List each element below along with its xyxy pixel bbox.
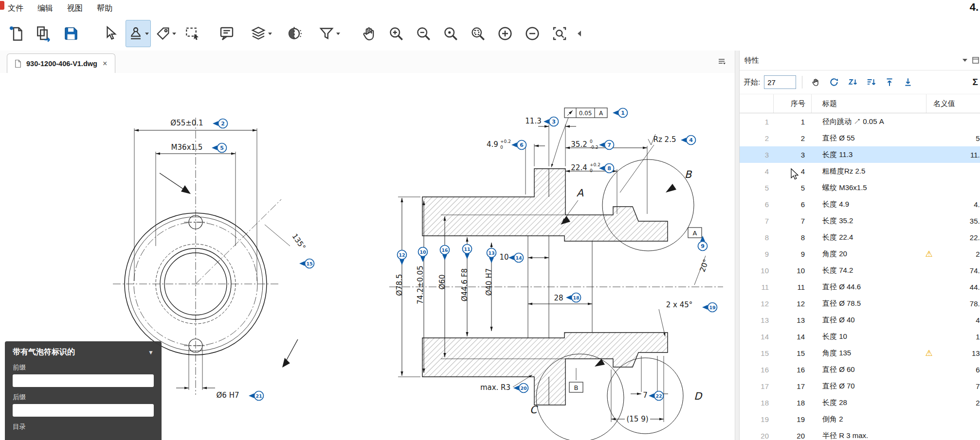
balloon-6[interactable]: 6 — [511, 141, 526, 150]
column-header-number[interactable]: 序号 — [774, 94, 812, 113]
menu-edit[interactable]: 编辑 — [37, 1, 60, 16]
menu-file[interactable]: 文件 — [8, 1, 31, 16]
pan-hand-small-button[interactable] — [808, 75, 823, 89]
sort-list-button[interactable] — [864, 75, 878, 89]
comment-icon — [218, 25, 236, 42]
table-row[interactable]: 16 16 直径 Ø 60 ⚠ 60 — [740, 361, 980, 378]
zoom-in-button[interactable] — [383, 20, 409, 47]
section-view — [389, 108, 723, 440]
move-bottom-button[interactable] — [901, 75, 915, 89]
balloon-1[interactable]: 1 — [613, 108, 628, 118]
filter-button[interactable] — [316, 20, 342, 47]
warning-icon: ⚠ — [922, 348, 936, 358]
balloon-stamp-button[interactable] — [126, 20, 151, 47]
balloon-22[interactable]: 22 — [649, 391, 664, 401]
menu-help[interactable]: 帮助 — [97, 1, 120, 16]
toolbar-collapse-button[interactable] — [574, 20, 585, 47]
row-index: 2 — [740, 134, 774, 142]
table-row[interactable]: 4 4 粗糙度Rz 2.5 ⚠ — [740, 163, 980, 179]
balloon-8[interactable]: 8 — [599, 164, 614, 173]
balloon-12[interactable]: 12 — [398, 250, 407, 265]
sort-z-button[interactable] — [845, 75, 860, 89]
row-index: 20 — [740, 432, 774, 440]
table-row[interactable]: 3 3 长度 11.3 ⚠ 11.3 — [740, 146, 980, 163]
balloon-7[interactable]: 7 — [599, 141, 614, 150]
start-number-input[interactable] — [764, 75, 796, 89]
dimension-text: Ø6 H7 — [217, 391, 239, 400]
row-title: 螺纹 M36x1.5 — [812, 183, 922, 193]
balloon-10[interactable]: 10 — [418, 247, 428, 263]
balloon-2[interactable]: 2 — [213, 119, 228, 128]
menu-view[interactable]: 视图 — [67, 1, 90, 16]
balloon-9[interactable]: 9 — [698, 236, 708, 251]
tag-button[interactable] — [153, 20, 178, 47]
dimension-text: 22.4 — [571, 163, 587, 172]
balloon-arrow-icon — [489, 258, 494, 264]
select-arrow-button[interactable] — [98, 20, 124, 47]
marquee-select-button[interactable] — [180, 20, 205, 47]
balloon-21[interactable]: 21 — [249, 391, 264, 401]
chevron-down-icon[interactable] — [962, 58, 967, 62]
table-row[interactable]: 9 9 角度 20 ⚠ 20 — [740, 246, 980, 262]
table-row[interactable]: 11 11 直径 Ø 44.6 ⚠ 44.6 — [740, 279, 980, 295]
table-row[interactable]: 17 17 直径 Ø 70 ⚠ 70 — [740, 378, 980, 394]
open-document-button[interactable] — [31, 20, 56, 47]
sum-symbol[interactable]: Σ — [973, 77, 978, 88]
dock-icon[interactable] — [972, 57, 979, 64]
balloon-11[interactable]: 11 — [463, 245, 472, 260]
balloon-3[interactable]: 3 — [544, 117, 559, 126]
increase-button[interactable] — [492, 20, 518, 47]
table-row[interactable]: 20 20 半径 R 3 max. ⚠ — [740, 427, 980, 440]
table-row[interactable]: 19 19 倒角 2 ⚠ 2 — [740, 411, 980, 427]
table-row[interactable]: 12 12 直径 Ø 78.5 ⚠ 78.5 — [740, 295, 980, 312]
prefix-input[interactable] — [13, 374, 154, 387]
table-row[interactable]: 13 13 直径 Ø 40 ⚠ 40 — [740, 312, 980, 328]
table-row[interactable]: 5 5 螺纹 M36x1.5 ⚠ — [740, 179, 980, 196]
balloon-14[interactable]: 14 — [508, 253, 524, 263]
tab-close-button[interactable]: × — [102, 59, 108, 68]
table-row[interactable]: 10 10 长度 74.2 ⚠ 74.2 — [740, 262, 980, 279]
move-top-button[interactable] — [882, 75, 897, 89]
new-document-button[interactable] — [4, 20, 29, 47]
zoom-window-button[interactable] — [465, 20, 490, 47]
row-number: 20 — [774, 432, 812, 440]
zoom-extents-button[interactable] — [547, 20, 572, 47]
zoom-point-button[interactable] — [438, 20, 463, 47]
mirror-compare-button[interactable] — [282, 20, 308, 47]
save-button[interactable] — [58, 20, 84, 47]
balloon-arrow-icon — [212, 145, 218, 150]
panel-splitter[interactable] — [735, 51, 740, 440]
svg-text:5: 5 — [220, 145, 224, 151]
properties-panel: 特性 开始: — [740, 51, 980, 440]
suffix-input[interactable] — [13, 404, 154, 417]
decrease-button[interactable] — [520, 20, 545, 47]
balloon-19[interactable]: 19 — [702, 303, 717, 312]
table-row[interactable]: 1 1 径向跳动 ↗ 0.05 A ⚠ — [740, 113, 980, 130]
warning-icon: ⚠ — [922, 249, 936, 259]
table-row[interactable]: 15 15 角度 135 ⚠ 135 — [740, 345, 980, 361]
chevron-down-icon[interactable]: ▼ — [148, 349, 154, 356]
renumber-refresh-button[interactable] — [827, 75, 841, 89]
column-header-nominal[interactable]: 名义值 — [926, 94, 955, 113]
balloon-13[interactable]: 13 — [487, 248, 496, 264]
balloon-4[interactable]: 4 — [681, 136, 696, 145]
table-row[interactable]: 8 8 长度 22.4 ⚠ 22.4 — [740, 229, 980, 246]
table-row[interactable]: 7 7 长度 35.2 ⚠ 35.2 — [740, 212, 980, 229]
balloon-18[interactable]: 18 — [566, 293, 581, 302]
balloon-16[interactable]: 16 — [440, 246, 450, 261]
table-row[interactable]: 2 2 直径 Ø 55 ⚠ 55 — [740, 130, 980, 146]
balloon-5[interactable]: 5 — [212, 143, 227, 153]
table-row[interactable]: 6 6 长度 4.9 ⚠ 4.9 — [740, 196, 980, 212]
document-tab[interactable]: 930-1200-406-V1.dwg × — [7, 53, 115, 73]
layers-button[interactable] — [248, 20, 273, 47]
table-row[interactable]: 18 18 长度 28 ⚠ 28 — [740, 394, 980, 411]
drawing-canvas[interactable]: Ø55±0.1M36x1.5135°Ø6 H711.34.9+0.2035.20… — [0, 73, 735, 440]
comment-button[interactable] — [214, 20, 239, 47]
table-row[interactable]: 14 14 长度 10 ⚠ 10 — [740, 328, 980, 345]
new-document-icon — [8, 25, 25, 42]
pan-hand-button[interactable] — [356, 20, 381, 47]
balloon-20[interactable]: 20 — [513, 384, 528, 393]
tab-list-button[interactable] — [717, 57, 726, 68]
zoom-out-button[interactable] — [411, 20, 436, 47]
balloon-15[interactable]: 15 — [299, 259, 314, 268]
